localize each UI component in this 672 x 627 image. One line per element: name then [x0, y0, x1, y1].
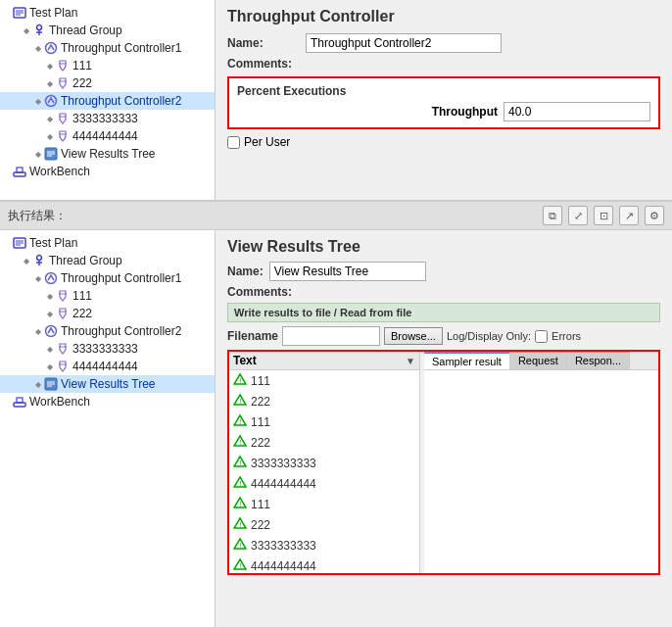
list-item[interactable]: !222	[229, 391, 419, 411]
comments-label: Comments:	[227, 57, 306, 71]
tree-icon-throughput	[43, 40, 59, 56]
tree-item-111a[interactable]: ◆ 111	[0, 57, 215, 74]
svg-text:!: !	[240, 439, 242, 446]
list-header-dropdown-icon[interactable]: ▼	[406, 356, 415, 366]
vrt-name-input[interactable]	[269, 262, 426, 281]
tree-item-throughput-ctrl2[interactable]: ◆ Throughput Controller2	[0, 92, 215, 110]
tree-item-b-workbench[interactable]: WorkBench	[0, 393, 215, 410]
warning-icon: !	[233, 537, 247, 554]
throughput-input[interactable]	[504, 102, 650, 121]
list-item[interactable]: !3333333333	[229, 535, 419, 555]
tree-icon-sample	[55, 128, 71, 144]
tree-icon-view-results	[43, 146, 59, 162]
tree-item-222a[interactable]: ◆ 222	[0, 74, 215, 92]
svg-text:!: !	[240, 521, 242, 528]
tree-icon-sample	[55, 75, 71, 91]
export-icon[interactable]: ↗	[619, 206, 639, 225]
divider-text: 执行结果：	[8, 208, 67, 224]
tree-icon-thread	[31, 253, 47, 268]
per-user-row: Per User	[227, 135, 660, 149]
tree-item-label: Thread Group	[49, 24, 122, 37]
tree-icon-workbench	[12, 394, 27, 410]
tree-icon-sample	[55, 288, 71, 304]
list-item[interactable]: !222	[229, 514, 419, 535]
warning-icon: !	[233, 516, 247, 533]
tree-icon-sample	[55, 58, 71, 73]
name-input[interactable]	[306, 33, 502, 53]
svg-point-23	[37, 256, 42, 261]
tree-item-label: WorkBench	[29, 165, 90, 178]
list-item[interactable]: !222	[229, 432, 419, 453]
tree-item-b-view-results-tree[interactable]: ◆ View Results Tree	[0, 375, 215, 393]
tree-item-test-plan[interactable]: Test Plan	[0, 4, 215, 22]
name-label: Name:	[227, 36, 306, 50]
list-item[interactable]: !3333333333	[229, 453, 419, 473]
list-item-text: 111	[251, 498, 270, 511]
list-item[interactable]: !111	[229, 494, 419, 514]
tree-item-b-333[interactable]: ◆ 3333333333	[0, 340, 215, 358]
tab-request[interactable]: Request	[510, 352, 567, 369]
list-item-text: 222	[251, 518, 270, 532]
tree-icon-view-results	[43, 376, 59, 392]
content-split: Text ▼ !111!222!111!222!3333333333!44444…	[227, 350, 660, 575]
errors-label: Errors	[552, 330, 581, 342]
list-item[interactable]: !4444444444	[229, 555, 419, 573]
tree-connector: ◆	[47, 292, 53, 301]
tab-sampler-result[interactable]: Sampler result	[424, 352, 510, 369]
tree-item-label: Thread Group	[49, 254, 122, 267]
settings-icon[interactable]: ⚙	[645, 206, 664, 225]
tree-connector: ◆	[35, 97, 41, 106]
tree-item-333[interactable]: ◆ 3333333333	[0, 110, 215, 127]
filename-input[interactable]	[282, 326, 380, 346]
tree-icon-sample	[55, 359, 71, 374]
copy-icon[interactable]: ⧉	[543, 206, 562, 225]
per-user-checkbox[interactable]	[227, 136, 240, 149]
name-row: Name:	[227, 33, 660, 53]
warning-icon: !	[233, 434, 247, 451]
bottom-section: Test Plan◆ Thread Group◆ Throughput Cont…	[0, 230, 672, 627]
list-item[interactable]: !111	[229, 370, 419, 391]
warning-icon: !	[233, 455, 247, 471]
tree-icon-throughput	[43, 270, 59, 286]
tree-item-view-results-tree[interactable]: ◆ View Results Tree	[0, 145, 215, 163]
tree-item-b-throughput-ctrl2[interactable]: ◆ Throughput Controller2	[0, 322, 215, 340]
tree-item-thread-group[interactable]: ◆ Thread Group	[0, 22, 215, 39]
tree-item-b-222a[interactable]: ◆ 222	[0, 305, 215, 322]
tree-item-throughput-ctrl1[interactable]: ◆ Throughput Controller1	[0, 39, 215, 57]
tree-connector: ◆	[47, 62, 53, 71]
throughput-row: Throughput	[237, 102, 650, 121]
percent-executions-box: Percent Executions Throughput	[227, 76, 660, 129]
tree-item-b-test-plan[interactable]: Test Plan	[0, 234, 215, 252]
tree-item-label: View Results Tree	[61, 147, 156, 161]
list-item-text: 4444444444	[251, 477, 316, 491]
list-item[interactable]: !4444444444	[229, 473, 419, 494]
browse-button[interactable]: Browse...	[384, 327, 443, 345]
tree-item-b-thread-group[interactable]: ◆ Thread Group	[0, 252, 215, 269]
tree-item-444[interactable]: ◆ 4444444444	[0, 127, 215, 145]
expand-icon[interactable]: ⤢	[568, 206, 588, 225]
list-header: Text ▼	[229, 352, 419, 370]
list-item-text: 3333333333	[251, 539, 316, 553]
tree-icon-test-plan	[12, 5, 27, 21]
tab-response[interactable]: Respon...	[567, 352, 630, 369]
tree-connector: ◆	[47, 79, 53, 88]
vrt-panel-title: View Results Tree	[227, 238, 660, 256]
tree-item-b-444[interactable]: ◆ 4444444444	[0, 358, 215, 375]
tree-item-workbench[interactable]: WorkBench	[0, 163, 215, 180]
log-display-label: Log/Display Only:	[447, 330, 531, 342]
warning-icon: !	[233, 496, 247, 512]
errors-checkbox[interactable]	[535, 330, 548, 343]
svg-text:!: !	[240, 377, 242, 384]
tree-connector: ◆	[35, 327, 41, 336]
tree-item-label: Throughput Controller2	[61, 324, 181, 338]
tree-item-label: View Results Tree	[61, 377, 156, 391]
tree-item-b-111a[interactable]: ◆ 111	[0, 287, 215, 305]
svg-point-4	[37, 25, 42, 30]
tree-item-label: 4444444444	[72, 360, 138, 373]
vrt-comments-label: Comments:	[227, 285, 292, 299]
tabs-container: Sampler resultRequestRespon...	[424, 352, 630, 369]
list-item[interactable]: !111	[229, 411, 419, 432]
tree-item-b-throughput-ctrl1[interactable]: ◆ Throughput Controller1	[0, 269, 215, 287]
vrt-name-row: Name:	[227, 262, 660, 281]
collapse-icon[interactable]: ⊡	[594, 206, 613, 225]
